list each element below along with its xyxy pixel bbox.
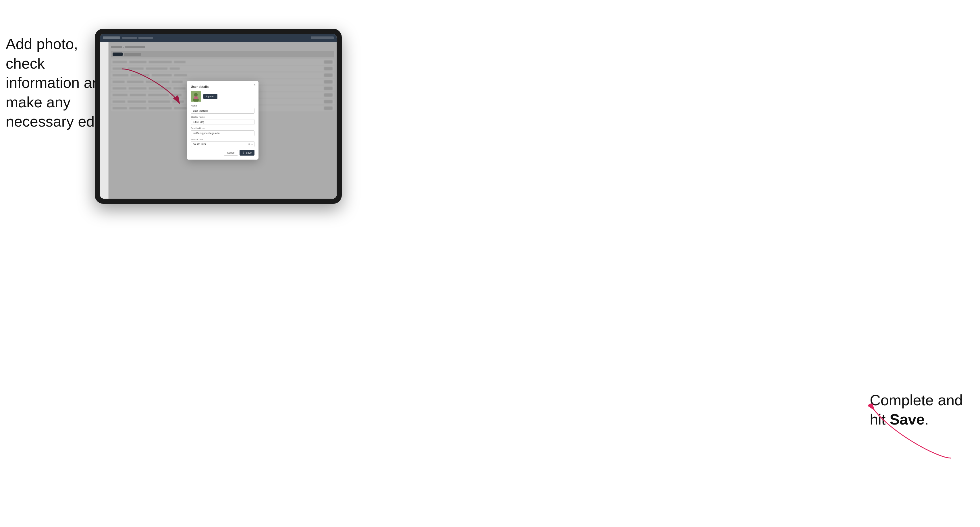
email-field: Email address — [191, 127, 255, 136]
upload-photo-button[interactable]: Upload — [204, 94, 218, 99]
display-name-label: Display name — [191, 116, 255, 118]
app-nav — [123, 37, 153, 39]
app-sidebar — [100, 42, 108, 198]
app-content: / — [100, 42, 337, 198]
save-icon: ⇧ — [242, 151, 245, 154]
annotation-right-bold: Save — [890, 411, 924, 428]
display-name-input[interactable] — [191, 119, 255, 125]
email-label: Email address — [191, 127, 255, 129]
user-details-modal: User details × — [187, 81, 258, 160]
modal-title: User details — [191, 85, 255, 89]
app-main: / — [108, 42, 337, 198]
annotation-right-line2: hit — [870, 411, 889, 428]
save-button[interactable]: ⇧ Save — [240, 150, 255, 156]
name-input[interactable] — [191, 108, 255, 114]
modal-actions: Cancel ⇧ Save — [191, 150, 255, 156]
display-name-field: Display name — [191, 116, 255, 125]
name-label: Name — [191, 105, 255, 107]
svg-point-1 — [194, 93, 197, 97]
cancel-button[interactable]: Cancel — [224, 150, 238, 156]
person-silhouette-icon — [191, 91, 201, 102]
topbar-user — [311, 37, 334, 39]
photo-preview — [191, 91, 201, 102]
nav-communities[interactable] — [123, 37, 137, 39]
school-year-field: School Year × ⌄ — [191, 138, 255, 147]
svg-rect-3 — [194, 97, 197, 99]
select-clear-icon[interactable]: × — [248, 143, 250, 146]
school-year-select-wrapper: × ⌄ — [191, 141, 255, 147]
name-field: Name — [191, 105, 255, 114]
nav-admin[interactable] — [138, 37, 153, 39]
annotation-right: Complete and hit Save. — [870, 390, 963, 429]
select-dropdown-icon[interactable]: ⌄ — [251, 143, 253, 146]
modal-overlay: User details × — [108, 42, 337, 198]
user-photo-thumbnail — [191, 91, 201, 102]
school-year-label: School Year — [191, 138, 255, 141]
tablet-device: / — [95, 29, 342, 204]
photo-row: Upload — [191, 91, 255, 102]
app-logo — [103, 37, 120, 39]
tablet-screen: / — [100, 34, 337, 198]
annotation-right-end: . — [924, 411, 929, 428]
modal-close-button[interactable]: × — [254, 83, 256, 87]
save-label: Save — [246, 151, 251, 154]
annotation-right-line1: Complete and — [870, 392, 963, 408]
email-input[interactable] — [191, 130, 255, 136]
school-year-input[interactable] — [191, 141, 255, 147]
app-topbar — [100, 34, 337, 42]
